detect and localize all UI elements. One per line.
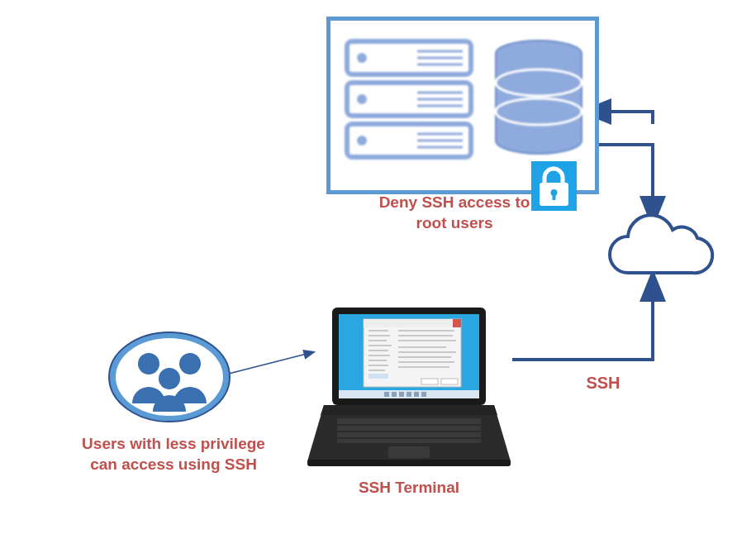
svg-point-24 xyxy=(138,353,159,374)
svg-rect-35 xyxy=(421,392,426,397)
svg-rect-59 xyxy=(337,418,481,443)
ssh-link-label: SSH xyxy=(570,372,636,393)
svg-rect-57 xyxy=(421,379,438,384)
svg-rect-48 xyxy=(368,374,388,379)
svg-rect-31 xyxy=(392,392,397,397)
svg-rect-37 xyxy=(364,319,461,327)
svg-rect-21 xyxy=(553,193,556,200)
svg-rect-33 xyxy=(407,392,411,397)
cloud-icon xyxy=(595,211,719,289)
svg-point-26 xyxy=(159,368,180,389)
svg-point-5 xyxy=(357,136,367,145)
users-caption: Users with less privilege can access usi… xyxy=(78,434,269,475)
laptop-icon xyxy=(306,306,512,471)
svg-rect-30 xyxy=(384,392,389,397)
svg-rect-38 xyxy=(453,319,461,327)
database-icon xyxy=(489,37,588,169)
server-caption: Deny SSH access to root users xyxy=(364,193,545,233)
svg-point-3 xyxy=(357,53,367,63)
server-rack-icon xyxy=(339,33,479,174)
svg-rect-34 xyxy=(414,392,419,397)
users-ellipse xyxy=(107,331,231,423)
svg-point-4 xyxy=(357,94,367,104)
svg-rect-64 xyxy=(307,460,511,466)
svg-rect-63 xyxy=(388,446,430,458)
svg-rect-32 xyxy=(399,392,404,397)
svg-rect-58 xyxy=(441,379,458,384)
svg-point-25 xyxy=(179,353,201,374)
laptop-caption: SSH Terminal xyxy=(343,478,475,498)
